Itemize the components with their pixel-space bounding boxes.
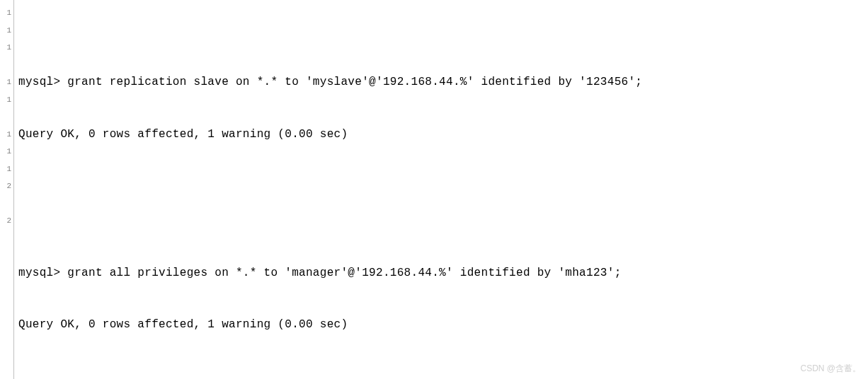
gutter-line: 2 <box>0 177 13 195</box>
gutter-line: 1 <box>0 91 13 109</box>
editor-container: 1 1 1 1 1 1 1 1 2 2 mysql> grant replica… <box>0 0 868 379</box>
gutter-line <box>0 108 13 126</box>
line-number-gutter: 1 1 1 1 1 1 1 1 2 2 <box>0 0 14 379</box>
response-line: Query OK, 0 rows affected, 1 warning (0.… <box>18 126 868 144</box>
gutter-line: 1 <box>0 22 13 40</box>
command-block: mysql> grant all privileges on *.* to 'm… <box>18 230 868 368</box>
gutter-line: 1 <box>0 4 13 22</box>
response-line: Query OK, 0 rows affected, 1 warning (0.… <box>18 316 868 334</box>
watermark-text: CSDN @含蓄。 <box>800 363 861 375</box>
terminal-output[interactable]: mysql> grant replication slave on *.* to… <box>14 0 868 379</box>
gutter-line <box>0 57 13 74</box>
gutter-line: 1 <box>0 39 13 57</box>
command-block: mysql> grant replication slave on *.* to… <box>18 39 868 177</box>
gutter-line <box>0 195 13 213</box>
gutter-line: 1 <box>0 126 13 144</box>
gutter-line: 1 <box>0 143 13 161</box>
gutter-line: 1 <box>0 74 13 91</box>
command-line: mysql> grant replication slave on *.* to… <box>18 74 868 91</box>
command-line: mysql> grant all privileges on *.* to 'm… <box>18 264 868 282</box>
gutter-line: 1 <box>0 161 13 178</box>
gutter-line: 2 <box>0 212 13 230</box>
